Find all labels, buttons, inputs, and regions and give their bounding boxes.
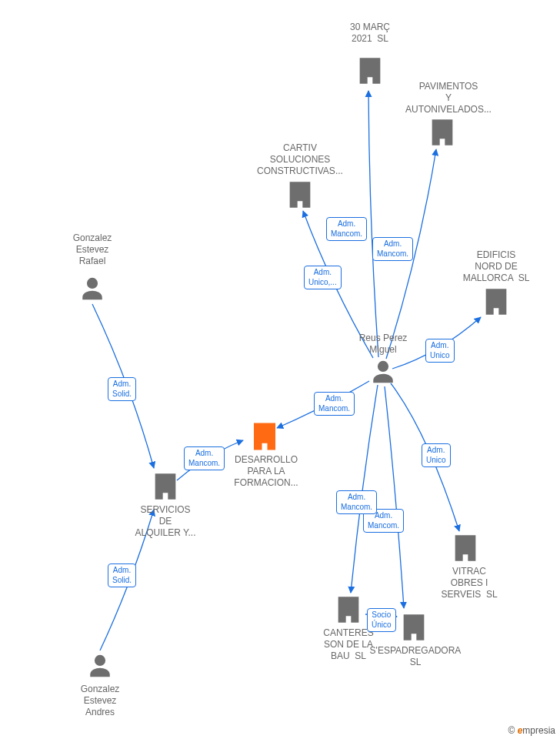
person-icon[interactable] bbox=[87, 653, 113, 679]
edge-label-rafael-servicios[interactable]: Adm. Solid. bbox=[108, 377, 136, 401]
edge-label-reus-pavimentos[interactable]: Adm. Mancom. bbox=[372, 237, 413, 261]
edge-label-reus-desarrollo[interactable]: Adm. Mancom. bbox=[314, 392, 355, 416]
building-icon[interactable] bbox=[450, 533, 481, 563]
label-gonzalez-andres: Gonzalez Estevez Andres bbox=[69, 684, 131, 718]
edge-label-reus-vitrac[interactable]: Adm. Unico bbox=[422, 443, 451, 467]
building-icon[interactable] bbox=[481, 286, 512, 317]
edge-reus-canteres bbox=[351, 385, 378, 593]
copyright-symbol: © bbox=[508, 725, 517, 736]
edge-label-reus-cartiv[interactable]: Adm. Unico,... bbox=[304, 266, 342, 289]
edge-label-andres-servicios[interactable]: Adm. Solid. bbox=[108, 563, 136, 587]
edge-label-servicios-desarrollo[interactable]: Adm. Mancom. bbox=[184, 446, 225, 470]
building-icon-highlighted[interactable] bbox=[248, 420, 281, 453]
person-icon[interactable] bbox=[79, 276, 105, 302]
building-icon[interactable] bbox=[150, 471, 181, 502]
edge-reus-espadregadora bbox=[385, 386, 404, 608]
building-icon[interactable] bbox=[333, 594, 364, 625]
edge-label-reus-edificis[interactable]: Adm. Unico bbox=[425, 339, 455, 363]
edge-label-reus-marc30[interactable]: Adm. Mancom. bbox=[326, 217, 367, 241]
label-pavimentos: PAVIMENTOS Y AUTONIVELADOS... bbox=[398, 81, 498, 115]
label-edificis: EDIFICIS NORD DE MALLORCA SL bbox=[454, 249, 538, 284]
edge-label-reus-canteres[interactable]: Adm. Mancom. bbox=[336, 490, 377, 514]
person-icon[interactable] bbox=[370, 359, 396, 385]
brand-rest: mpresia bbox=[522, 725, 555, 736]
building-icon[interactable] bbox=[427, 117, 458, 148]
label-desarrollo: DESARROLLO PARA LA FORMACION... bbox=[220, 454, 312, 489]
edge-label-canteres-espadregadora[interactable]: Socio Único bbox=[367, 608, 396, 632]
label-gonzalez-rafael: Gonzalez Estevez Rafael bbox=[62, 232, 123, 267]
building-icon[interactable] bbox=[355, 55, 385, 86]
label-vitrac: VITRAC OBRES I SERVEIS SL bbox=[431, 566, 508, 600]
label-servicios: SERVICIOS DE ALQUILER Y... bbox=[123, 504, 208, 539]
label-cartiv: CARTIV SOLUCIONES CONSTRUCTIVAS... bbox=[246, 142, 354, 177]
label-canteres: CANTERES SON DE LA BAU SL bbox=[314, 627, 383, 662]
building-icon[interactable] bbox=[398, 612, 429, 643]
copyright: © empresia bbox=[508, 725, 555, 736]
building-icon[interactable] bbox=[285, 179, 315, 210]
label-marc30: 30 MARÇ 2021 SL bbox=[335, 22, 405, 45]
edge-reus-marc30 bbox=[368, 91, 378, 357]
label-reus: Reus Perez Miguel bbox=[345, 333, 422, 356]
